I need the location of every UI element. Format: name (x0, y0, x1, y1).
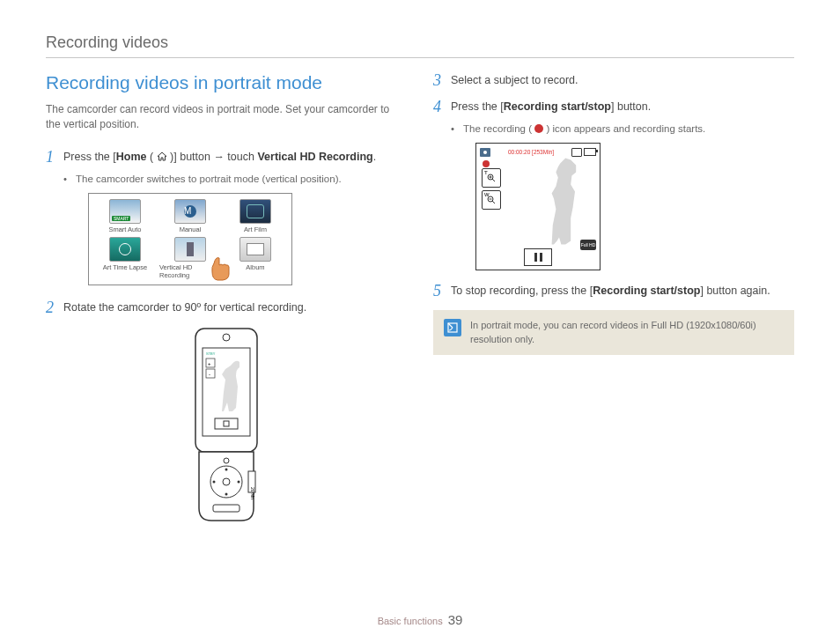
zoom-t-label: T (484, 170, 488, 175)
step-5: 5 To stop recording, press the [Recordin… (433, 283, 794, 300)
battery-icon (584, 148, 596, 156)
recording-indicator-icon (483, 160, 490, 167)
step2-text: Rotate the camcorder to 90º for vertical… (63, 299, 407, 317)
menu-smart-auto: Smart Auto (94, 199, 156, 233)
menu-art-film: Art Film (225, 199, 286, 233)
zoom-out-button: W (482, 190, 501, 210)
step5-post: ] button again. (700, 285, 770, 297)
section-title: Recording videos in portrait mode (46, 72, 407, 93)
step4-pre: Press the [ (451, 100, 504, 113)
zoom-w-label: W (484, 192, 490, 197)
header-rule (46, 57, 794, 58)
step1-mid: ( (146, 151, 156, 163)
step-1: 1 Press the [Home ( )] button → touch Ve… (46, 149, 407, 166)
note-box: In portrait mode, you can record videos … (433, 310, 794, 355)
step1-end: . (373, 151, 376, 163)
step-4: 4 Press the [Recording start/stop] butto… (433, 99, 794, 116)
storage-card-icon (571, 148, 582, 157)
menu-artfilm-label: Art Film (244, 225, 267, 233)
right-column: 3 Select a subject to record. 4 Press th… (433, 72, 794, 529)
svg-text:STBY: STBY (206, 351, 216, 356)
pause-button (524, 248, 552, 266)
menu-vertical-label: Vertical HD Recording (159, 263, 221, 279)
svg-point-13 (225, 493, 228, 496)
step4-bullet: The recording ( ) icon appears and recor… (451, 123, 794, 134)
svg-point-14 (213, 481, 216, 484)
vertical-hd-icon (174, 237, 206, 262)
svg-line-21 (492, 179, 495, 181)
smart-auto-icon (109, 199, 141, 224)
svg-line-25 (492, 201, 495, 203)
step4-post: ] button. (611, 100, 651, 113)
menu-manual: Manual (159, 199, 221, 233)
album-icon (239, 237, 271, 262)
footer-section: Basic functions (378, 616, 443, 626)
note-text: In portrait mode, you can record videos … (470, 319, 784, 346)
home-icon (157, 150, 167, 159)
running-header: Recording videos (46, 33, 794, 52)
record-dot-icon (534, 124, 543, 133)
camcorder-illustration: STBY + - 20 Mn (160, 323, 292, 529)
step5-pre: To stop recording, press the [ (451, 285, 593, 297)
menu-album-label: Album (246, 263, 264, 271)
step1-pre: Press the [ (63, 151, 116, 163)
recording-time: 00:00:20 [253Min] (508, 149, 554, 155)
svg-line-28 (448, 323, 453, 328)
step1-home-label: Home (116, 151, 147, 163)
hd-badge: Full HD (580, 240, 596, 250)
art-film-icon (239, 199, 271, 224)
page-footer: Basic functions39 (0, 612, 840, 627)
step-number: 4 (433, 99, 451, 116)
menu-manual-label: Manual (180, 225, 202, 233)
step3-text: Select a subject to record. (451, 72, 794, 90)
intro-text: The camcorder can record videos in portr… (46, 102, 407, 133)
step4-bold: Recording start/stop (504, 100, 611, 113)
menu-album: Album (225, 237, 286, 279)
step-number: 5 (433, 283, 451, 300)
step4-bullet-post: ) icon appears and recording starts. (543, 123, 705, 134)
menu-vertical-hd: Vertical HD Recording (159, 237, 221, 279)
step-number: 3 (433, 72, 451, 90)
portrait-screen-illustration: 00:00:20 [253Min] T W Full HD (475, 143, 601, 270)
svg-text:+: + (208, 361, 211, 366)
subject-silhouette (538, 157, 591, 245)
step1-bullet-text: The camcorder switches to portrait mode … (76, 174, 342, 184)
left-column: Recording videos in portrait mode The ca… (46, 72, 407, 529)
menu-timelapse-label: Art Time Lapse (103, 263, 147, 271)
home-menu-illustration: Smart Auto Manual Art Film Art Time Laps… (88, 193, 292, 285)
step1-vhd-label: Vertical HD Recording (257, 151, 372, 163)
zoom-in-button: T (482, 168, 501, 188)
camera-mode-icon (480, 148, 490, 157)
step1-post: )] button → touch (167, 151, 258, 163)
step-2: 2 Rotate the camcorder to 90º for vertic… (46, 299, 407, 317)
svg-text:-: - (209, 372, 210, 377)
time-lapse-icon (109, 237, 141, 262)
svg-point-12 (225, 469, 228, 471)
menu-smart-label: Smart Auto (108, 225, 141, 233)
manual-icon (174, 199, 206, 224)
step-3: 3 Select a subject to record. (433, 72, 794, 90)
step1-bullet: The camcorder switches to portrait mode … (63, 174, 407, 184)
svg-point-15 (238, 481, 240, 484)
note-icon (444, 319, 461, 336)
step-number: 1 (46, 149, 63, 166)
step-number: 2 (46, 299, 63, 317)
step5-bold: Recording start/stop (593, 285, 700, 297)
page-number: 39 (448, 612, 463, 627)
menu-time-lapse: Art Time Lapse (94, 237, 156, 279)
svg-text:20 Mn: 20 Mn (250, 487, 255, 499)
step4-bullet-pre: The recording ( (463, 123, 534, 134)
